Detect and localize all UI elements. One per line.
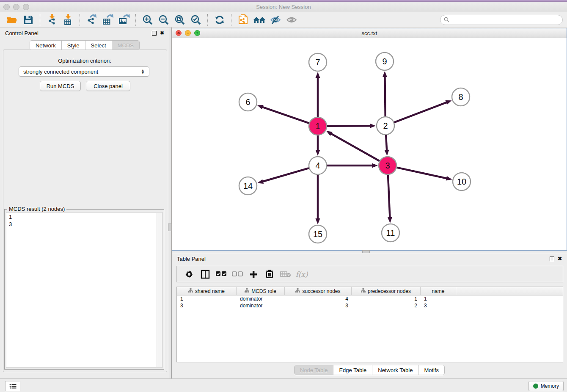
cell-predecessor-nodes[interactable]: 1 [352, 296, 421, 302]
mcds-result-lines: 13 [6, 213, 162, 229]
task-list-icon [9, 384, 17, 389]
cell-name[interactable]: 3 [421, 303, 456, 309]
column-header-predecessor-nodes[interactable]: predecessor nodes [352, 287, 421, 295]
cell-MCDS-role[interactable]: dominator [237, 303, 285, 309]
delete-column-icon[interactable] [263, 268, 276, 280]
tab-mcds[interactable]: MCDS [112, 41, 139, 50]
edge-3-11[interactable] [388, 175, 390, 218]
column-header-MCDS-role[interactable]: MCDS role [237, 287, 285, 295]
zoom-in-icon[interactable] [140, 14, 155, 26]
cell-shared-name[interactable]: 1 [177, 296, 237, 302]
import-network-icon[interactable] [45, 14, 59, 26]
edge-arrowhead [383, 71, 387, 77]
edge-2-3[interactable] [386, 135, 387, 151]
column-header-successor-nodes[interactable]: successor nodes [285, 287, 352, 295]
control-panel-header: Control Panel ✖ [0, 28, 169, 39]
splitter-handle[interactable] [168, 224, 172, 231]
edge-1-2[interactable] [327, 126, 371, 126]
split-columns-icon[interactable] [199, 268, 212, 280]
search-box[interactable] [440, 15, 563, 25]
close-panel-icon[interactable]: ✖ [160, 30, 164, 36]
edge-2-8[interactable] [394, 102, 448, 122]
zoom-selected-icon[interactable] [189, 14, 203, 26]
zoom-fit-icon[interactable] [173, 14, 187, 26]
node-14[interactable]: 14 [239, 177, 257, 195]
table-row[interactable]: 3dominator323 [177, 302, 563, 309]
cell-predecessor-nodes[interactable]: 2 [352, 303, 421, 309]
first-neighbors-icon[interactable] [252, 14, 267, 26]
node-3[interactable]: 3 [379, 157, 396, 174]
edge-2-9[interactable] [385, 76, 385, 116]
cell-shared-name[interactable]: 3 [177, 303, 237, 309]
hide-selected-icon[interactable] [268, 14, 283, 26]
network-window-titlebar[interactable]: ✕ − + scc.txt [172, 28, 567, 38]
export-image-icon[interactable] [117, 14, 131, 26]
task-history-button[interactable] [5, 381, 20, 391]
table-panel: Table Panel ✖ f(x) shared nameMCDS roles… [172, 253, 567, 378]
edge-3-10[interactable] [396, 168, 447, 179]
run-mcds-button[interactable]: Run MCDS [40, 81, 81, 91]
node-8[interactable]: 8 [452, 88, 470, 106]
select-all-checks-icon[interactable] [215, 268, 228, 280]
network-canvas[interactable]: 7968124314101511 [172, 38, 567, 250]
tab-style[interactable]: Style [62, 41, 85, 50]
table-row[interactable]: 1dominator411 [177, 295, 563, 302]
toolbar-separator [40, 14, 41, 26]
open-session-icon[interactable] [5, 14, 19, 26]
criterion-dropdown[interactable]: strongly connected component ▲▼ [19, 66, 149, 77]
search-input[interactable] [451, 17, 559, 23]
edge-4-14[interactable] [262, 168, 309, 182]
cell-name[interactable]: 1 [421, 296, 456, 302]
network-view-window: ✕ − + scc.txt 7968124314101511 [172, 28, 567, 251]
result-scrollbar[interactable] [157, 213, 162, 367]
deselect-all-icon[interactable] [231, 268, 244, 280]
cell-successor-nodes[interactable]: 4 [285, 296, 352, 302]
svg-text:3: 3 [385, 161, 390, 170]
edge-1-6[interactable] [261, 107, 309, 123]
cell-MCDS-role[interactable]: dominator [237, 296, 285, 302]
cell-successor-nodes[interactable]: 3 [285, 303, 352, 309]
zoom-out-icon[interactable] [157, 14, 171, 26]
node-15[interactable]: 15 [309, 225, 327, 243]
tab-network[interactable]: Network [30, 41, 62, 50]
float-panel-icon[interactable] [152, 31, 157, 36]
add-column-icon[interactable] [247, 268, 260, 280]
table-toolbar: f(x) [176, 266, 563, 282]
memory-button[interactable]: Memory [528, 381, 564, 391]
node-7[interactable]: 7 [309, 53, 327, 71]
tab-motifs[interactable]: Motifs [418, 365, 444, 375]
node-4[interactable]: 4 [309, 157, 327, 174]
edge-3-1[interactable] [330, 133, 380, 161]
node-9[interactable]: 9 [376, 52, 394, 70]
delete-table-icon[interactable] [279, 268, 292, 280]
export-network-icon[interactable] [85, 14, 99, 26]
tab-edge-table[interactable]: Edge Table [333, 365, 372, 375]
save-session-icon[interactable] [21, 14, 36, 26]
clone-network-icon[interactable] [236, 14, 250, 26]
settings-gear-icon[interactable] [183, 268, 195, 280]
node-6[interactable]: 6 [239, 93, 257, 111]
export-table-icon[interactable] [101, 14, 115, 26]
edge-arrowhead [372, 163, 378, 168]
tab-node-table[interactable]: Node Table [295, 365, 334, 375]
close-panel-icon[interactable]: ✖ [558, 256, 562, 261]
refresh-layout-icon[interactable] [212, 14, 227, 26]
import-table-icon[interactable] [61, 14, 75, 26]
tab-network-table[interactable]: Network Table [372, 365, 418, 375]
node-11[interactable]: 11 [382, 224, 399, 242]
control-panel-tabs: NetworkStyleSelectMCDS [0, 40, 169, 50]
show-hidden-icon[interactable] [284, 14, 299, 26]
node-10[interactable]: 10 [453, 173, 471, 190]
node-table[interactable]: shared nameMCDS rolesuccessor nodesprede… [176, 287, 563, 362]
float-panel-icon[interactable] [550, 257, 554, 261]
mcds-result-textarea[interactable]: 13 [6, 212, 162, 368]
column-header-shared-name[interactable]: shared name [177, 287, 237, 295]
node-2[interactable]: 2 [377, 117, 394, 135]
edge-arrowhead [316, 72, 320, 78]
close-panel-button[interactable]: Close panel [86, 81, 130, 91]
column-header-name[interactable]: name [421, 287, 456, 295]
node-1[interactable]: 1 [309, 117, 327, 135]
control-panel-title: Control Panel [5, 30, 39, 36]
function-builder-icon[interactable]: f(x) [295, 268, 308, 280]
tab-select[interactable]: Select [85, 41, 112, 50]
